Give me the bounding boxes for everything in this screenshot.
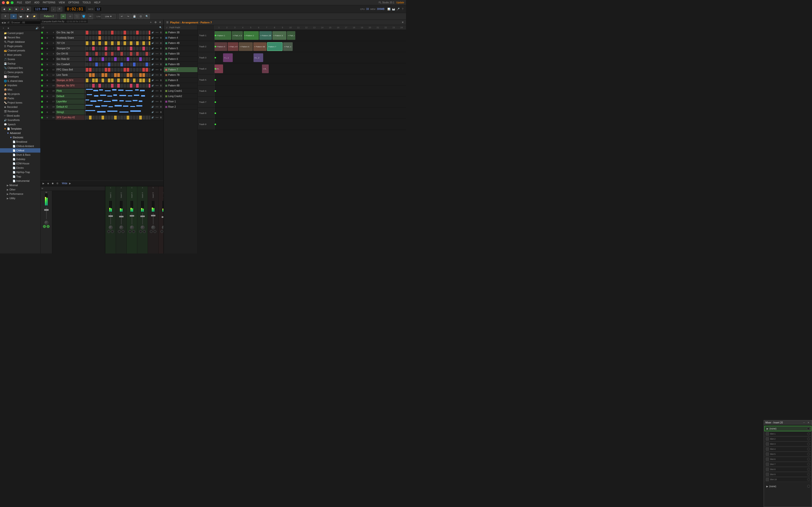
sidebar-item-electro[interactable]: 📄 Electro [0, 166, 40, 170]
pad[interactable] [126, 36, 129, 40]
sidebar-item-impulses[interactable]: ⚡ Impulses [0, 83, 40, 88]
channel-row[interactable]: ◉ 20 SFX Cym Airy #2 🔊 ⟺ 🗑 [41, 115, 163, 120]
pad[interactable] [108, 31, 110, 35]
channel-pads[interactable] [86, 51, 150, 56]
channel-name[interactable]: Grv Sna..tap 04 [56, 30, 85, 35]
send-L[interactable] [150, 230, 153, 233]
pad[interactable] [126, 31, 129, 35]
channel-del-btn[interactable]: 🗑 [159, 47, 163, 50]
sidebar-item-plugin-database[interactable]: 🔌 Plugin database [0, 40, 40, 44]
channel-vol-btn[interactable]: 🔊 [151, 31, 155, 35]
channel-pan-btn[interactable]: ⟺ [155, 52, 159, 56]
pad[interactable] [108, 62, 110, 66]
pad[interactable] [111, 73, 114, 77]
sidebar-item-edm-house[interactable]: 📄 EDM-House [0, 161, 40, 166]
pad[interactable] [92, 62, 95, 66]
pad[interactable] [92, 41, 95, 45]
send-L[interactable] [160, 230, 163, 233]
pad[interactable] [142, 57, 145, 61]
pad[interactable] [123, 47, 126, 50]
pad[interactable] [117, 41, 120, 45]
pad[interactable] [95, 116, 98, 119]
pad[interactable] [89, 31, 92, 35]
pad[interactable] [126, 52, 129, 56]
pad[interactable] [120, 52, 123, 56]
pad[interactable] [149, 62, 150, 66]
pad[interactable] [114, 57, 117, 61]
fader-area[interactable] [148, 212, 158, 225]
pad[interactable] [108, 52, 110, 56]
pad[interactable] [126, 68, 129, 72]
pad[interactable] [114, 68, 117, 72]
pad[interactable] [133, 78, 136, 82]
channel-row[interactable]: ◉ 6 707 CH 🔊 ⟺ 🗑 [41, 41, 163, 46]
sidebar-item-advanced[interactable]: ▼ Advanced [0, 131, 40, 135]
pad[interactable] [111, 68, 114, 72]
channel-row[interactable]: ◉ 17 LayerMor 🔊 ⟺ 🗑 [41, 99, 163, 104]
menu-edit[interactable]: EDIT [26, 1, 31, 4]
channel-vol-btn[interactable]: 🔊 [151, 62, 155, 66]
channel-name[interactable]: Grv Cowbell [56, 62, 85, 67]
channel-pan-btn[interactable]: ⟺ [155, 110, 159, 114]
sidebar-item-drum-and-bass[interactable]: 📄 Drum & Bass [0, 153, 40, 157]
pad[interactable] [114, 78, 117, 82]
pad[interactable] [105, 62, 107, 66]
channel-del-btn[interactable]: 🗑 [159, 31, 163, 35]
sidebar-item-backup[interactable]: 💾 Backup [0, 61, 40, 66]
channel-vol-btn[interactable]: 🔊 [151, 41, 155, 45]
pan-knob[interactable] [109, 225, 113, 229]
sidebar-item-mixer-presets[interactable]: 🎚 Mixer presets [0, 53, 40, 57]
pad[interactable] [98, 47, 101, 50]
pad[interactable] [101, 73, 104, 77]
pad[interactable] [108, 68, 110, 72]
pad[interactable] [89, 62, 92, 66]
pad[interactable] [139, 116, 142, 119]
pad[interactable] [149, 52, 150, 56]
pad[interactable] [149, 68, 150, 72]
sidebar-item-current-project[interactable]: 📁 Current project [0, 31, 40, 35]
playlist-menu-btn[interactable]: ☰ [165, 20, 169, 24]
pad[interactable] [133, 31, 136, 35]
channel-pads[interactable] [86, 72, 150, 78]
pad[interactable] [120, 41, 123, 45]
channel-pan-btn[interactable]: ⟺ [155, 41, 159, 45]
pad[interactable] [111, 62, 114, 66]
pad[interactable] [101, 41, 104, 45]
pad[interactable] [136, 62, 139, 66]
pattern-block[interactable]: × Pattern 2B [259, 31, 272, 40]
channel-name[interactable]: String1 [56, 110, 85, 115]
menu-patterns[interactable]: PATTERNS [43, 1, 55, 4]
pad[interactable] [95, 78, 98, 82]
piano-record-btn[interactable]: ⏺ [51, 181, 55, 185]
track-content[interactable] [215, 74, 406, 85]
pad[interactable] [117, 73, 120, 77]
pattern-item[interactable]: Pattern 4B [164, 41, 197, 46]
pad[interactable] [105, 31, 107, 35]
pad[interactable] [92, 47, 95, 50]
pad[interactable] [86, 31, 89, 35]
pad[interactable] [108, 36, 110, 40]
master-send-R[interactable] [47, 225, 50, 228]
pad[interactable] [92, 116, 95, 119]
pad[interactable] [126, 57, 129, 61]
pad[interactable] [86, 36, 89, 40]
channel-pads[interactable] [86, 35, 150, 41]
pattern-item[interactable]: Pattern 3B [164, 30, 197, 35]
pad[interactable] [142, 68, 145, 72]
piano-roll-view[interactable] [86, 99, 150, 104]
channel-del-btn[interactable]: 🗑 [159, 73, 163, 77]
pad[interactable] [149, 31, 150, 35]
pad[interactable] [98, 84, 101, 88]
pattern-item[interactable]: Pattern 5B [164, 51, 197, 56]
pad[interactable] [86, 52, 89, 56]
pad[interactable] [136, 36, 139, 40]
channel-pan-btn[interactable]: ⟺ [155, 47, 159, 50]
channel-pan-btn[interactable]: ⟺ [155, 105, 159, 109]
channel-mute[interactable]: ◉ [46, 37, 48, 39]
master-pan-knob[interactable] [45, 221, 48, 225]
pad[interactable] [105, 78, 107, 82]
track-content[interactable] [215, 108, 406, 119]
channel-vol-btn[interactable]: 🔊 [151, 84, 155, 88]
pad[interactable] [108, 57, 110, 61]
send-L[interactable] [129, 230, 132, 233]
